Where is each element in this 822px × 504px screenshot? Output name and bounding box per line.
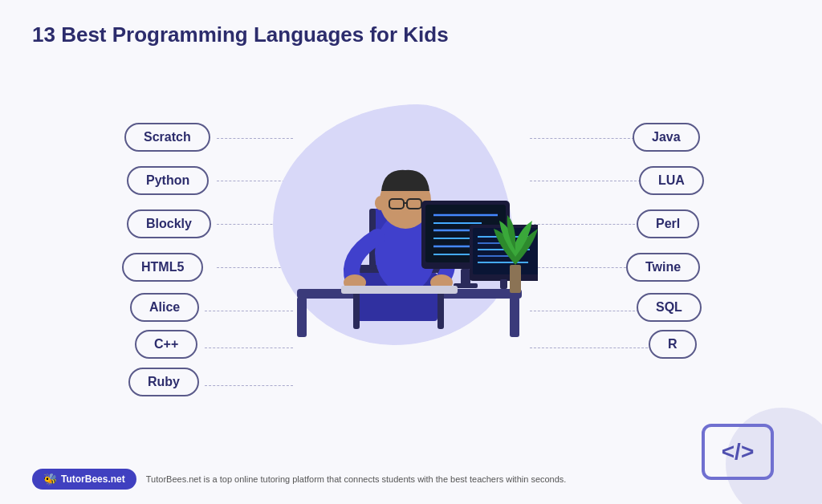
- pill-alice[interactable]: Alice: [130, 293, 199, 322]
- svg-rect-26: [461, 269, 470, 285]
- svg-rect-1: [297, 297, 307, 337]
- code-icon: </>: [702, 424, 774, 480]
- bee-icon: 🐝: [43, 473, 57, 486]
- footer: 🐝 TutorBees.net TutorBees.net is a top o…: [32, 469, 566, 490]
- pill-ruby[interactable]: Ruby: [128, 368, 199, 396]
- pill-twine[interactable]: Twine: [626, 253, 700, 282]
- svg-rect-36: [341, 286, 458, 294]
- pill-cpp[interactable]: C++: [135, 330, 197, 359]
- pill-html5[interactable]: HTML5: [122, 253, 203, 282]
- illustration-area: [249, 88, 570, 393]
- page-title: 13 Best Programming Languages for Kids: [32, 22, 449, 47]
- pill-perl[interactable]: Perl: [637, 209, 699, 238]
- pill-java[interactable]: Java: [633, 123, 700, 152]
- person-desk-illustration: [265, 96, 538, 361]
- brand-name: TutorBees.net: [61, 474, 125, 485]
- footer-tagline: TutorBees.net is a top online tutoring p…: [146, 474, 567, 484]
- svg-rect-35: [500, 279, 507, 289]
- svg-rect-37: [510, 265, 521, 293]
- pill-r[interactable]: R: [649, 330, 697, 359]
- pill-python[interactable]: Python: [127, 166, 209, 195]
- pill-blockly[interactable]: Blockly: [127, 209, 211, 238]
- pill-lua[interactable]: LUA: [639, 166, 704, 195]
- pill-sql[interactable]: SQL: [637, 293, 702, 322]
- svg-rect-2: [510, 297, 519, 337]
- brand-badge: 🐝 TutorBees.net: [32, 469, 136, 490]
- pill-scratch[interactable]: Scratch: [124, 123, 210, 152]
- svg-point-17: [375, 196, 386, 210]
